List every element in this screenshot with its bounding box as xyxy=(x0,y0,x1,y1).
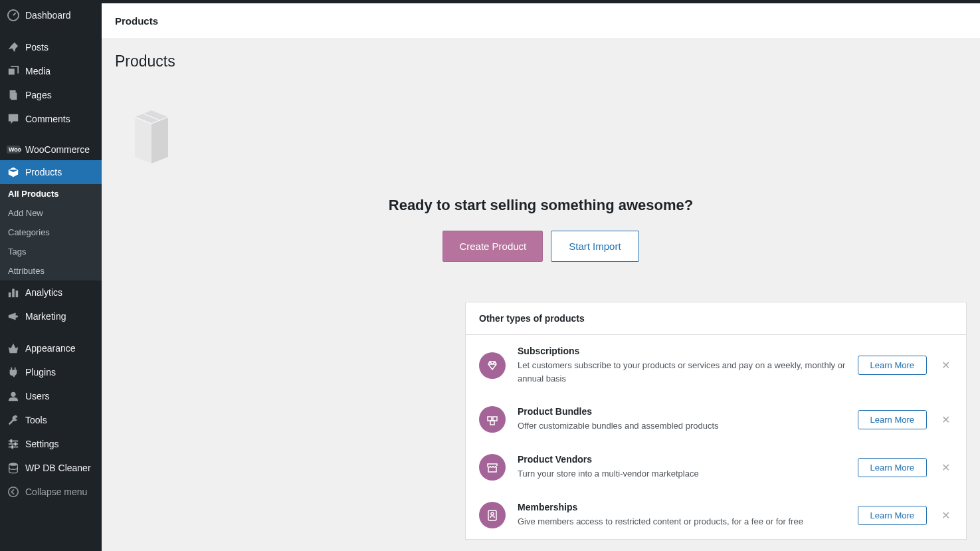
settings-icon xyxy=(7,437,20,451)
sidebar-submenu: All Products Add New Categories Tags Att… xyxy=(0,184,102,280)
sidebar-item-pages[interactable]: Pages xyxy=(0,83,102,107)
learn-more-button[interactable]: Learn More xyxy=(858,410,927,429)
media-icon xyxy=(7,64,20,78)
sidebar-label: Comments xyxy=(25,114,70,124)
submenu-categories[interactable]: Categories xyxy=(0,223,102,242)
learn-more-button[interactable]: Learn More xyxy=(858,458,927,477)
product-row-vendors: Product Vendors Turn your store into a m… xyxy=(466,443,966,491)
header-title: Products xyxy=(115,15,967,27)
sidebar-label: Appearance xyxy=(25,343,76,354)
sidebar-item-woocommerce[interactable]: Woo WooCommerce xyxy=(0,139,102,160)
svg-rect-8 xyxy=(16,290,19,297)
close-icon[interactable]: ✕ xyxy=(939,359,953,372)
subscriptions-icon xyxy=(479,352,506,379)
sidebar-collapse-menu[interactable]: Collapse menu xyxy=(0,480,102,504)
product-title: Product Bundles xyxy=(518,406,846,417)
sidebar-item-users[interactable]: Users xyxy=(0,384,102,408)
sidebar-item-media[interactable]: Media xyxy=(0,59,102,83)
sidebar-label: Plugins xyxy=(25,367,56,378)
sidebar-item-dashboard[interactable]: Dashboard xyxy=(0,3,102,27)
create-product-button[interactable]: Create Product xyxy=(442,231,543,262)
svg-point-9 xyxy=(11,392,15,397)
close-icon[interactable]: ✕ xyxy=(939,461,953,474)
other-products-panel: Other types of products Subscriptions Le… xyxy=(465,302,967,540)
svg-rect-19 xyxy=(493,417,497,421)
svg-rect-6 xyxy=(9,292,11,297)
database-icon xyxy=(7,461,20,475)
sidebar-label: Collapse menu xyxy=(25,487,87,497)
admin-topbar xyxy=(0,0,980,3)
learn-more-button[interactable]: Learn More xyxy=(858,356,927,375)
submenu-add-new[interactable]: Add New xyxy=(0,203,102,223)
other-products-heading: Other types of products xyxy=(466,302,966,335)
sidebar-label: WooCommerce xyxy=(25,144,90,155)
dashboard-icon xyxy=(7,9,20,22)
vendors-icon xyxy=(479,454,506,481)
sidebar-item-tools[interactable]: Tools xyxy=(0,408,102,432)
sidebar-label: Dashboard xyxy=(25,10,71,21)
svg-rect-18 xyxy=(488,417,492,421)
sidebar-item-analytics[interactable]: Analytics xyxy=(0,280,102,304)
svg-rect-13 xyxy=(11,439,13,443)
submenu-tags[interactable]: Tags xyxy=(0,242,102,261)
sidebar-label: WP DB Cleaner xyxy=(25,463,91,473)
pages-icon xyxy=(7,88,20,102)
products-icon xyxy=(7,165,20,179)
sidebar-label: Marketing xyxy=(25,311,66,322)
product-desc: Turn your store into a multi-vendor mark… xyxy=(518,467,846,481)
product-title: Subscriptions xyxy=(518,346,846,356)
pin-icon xyxy=(7,41,20,54)
submenu-all-products[interactable]: All Products xyxy=(0,184,102,203)
product-title: Memberships xyxy=(518,502,846,512)
plugins-icon xyxy=(7,366,20,379)
svg-rect-15 xyxy=(11,445,13,449)
product-row-subscriptions: Subscriptions Let customers subscribe to… xyxy=(466,335,966,395)
sidebar-item-marketing[interactable]: Marketing xyxy=(0,304,102,328)
svg-point-22 xyxy=(491,512,494,515)
sidebar-label: Media xyxy=(25,66,50,76)
tools-icon xyxy=(7,413,20,427)
admin-sidebar: Dashboard Posts Media Pages Comments Woo… xyxy=(0,0,102,551)
sidebar-item-settings[interactable]: Settings xyxy=(0,432,102,456)
svg-point-16 xyxy=(9,463,18,466)
bundles-icon xyxy=(479,406,506,433)
svg-rect-20 xyxy=(490,421,494,425)
product-desc: Offer customizable bundles and assembled… xyxy=(518,419,846,433)
sidebar-item-posts[interactable]: Posts xyxy=(0,35,102,59)
marketing-icon xyxy=(7,310,20,323)
product-desc: Let customers subscribe to your products… xyxy=(518,359,846,385)
sidebar-label: Pages xyxy=(25,90,52,100)
product-row-bundles: Product Bundles Offer customizable bundl… xyxy=(466,395,966,443)
collapse-icon xyxy=(7,485,20,498)
svg-rect-10 xyxy=(9,441,18,442)
box-icon xyxy=(115,97,967,177)
hero-headline: Ready to start selling something awesome… xyxy=(115,197,967,214)
sidebar-label: Posts xyxy=(25,42,49,53)
product-desc: Give members access to restricted conten… xyxy=(518,515,846,528)
sidebar-label: Users xyxy=(25,391,50,401)
close-icon[interactable]: ✕ xyxy=(939,413,953,426)
sidebar-item-appearance[interactable]: Appearance xyxy=(0,336,102,360)
users-icon xyxy=(7,389,20,403)
learn-more-button[interactable]: Learn More xyxy=(858,506,927,525)
submenu-attributes[interactable]: Attributes xyxy=(0,261,102,280)
sidebar-item-products[interactable]: Products xyxy=(0,160,102,184)
svg-point-2 xyxy=(15,69,17,71)
analytics-icon xyxy=(7,286,20,299)
svg-point-17 xyxy=(9,487,18,496)
page-title: Products xyxy=(115,53,967,70)
svg-rect-5 xyxy=(11,92,17,100)
sidebar-label: Products xyxy=(25,167,62,177)
svg-rect-11 xyxy=(9,443,18,445)
product-row-memberships: Memberships Give members access to restr… xyxy=(466,491,966,539)
header-bar: Products xyxy=(102,3,980,39)
sidebar-item-plugins[interactable]: Plugins xyxy=(0,360,102,384)
comments-icon xyxy=(7,112,20,126)
empty-state-hero: Ready to start selling something awesome… xyxy=(115,97,967,262)
close-icon[interactable]: ✕ xyxy=(939,509,953,522)
sidebar-item-wp-db-cleaner[interactable]: WP DB Cleaner xyxy=(0,456,102,480)
start-import-button[interactable]: Start Import xyxy=(551,231,638,262)
sidebar-item-comments[interactable]: Comments xyxy=(0,107,102,131)
sidebar-label: Analytics xyxy=(25,287,62,298)
woo-icon: Woo xyxy=(7,146,20,154)
